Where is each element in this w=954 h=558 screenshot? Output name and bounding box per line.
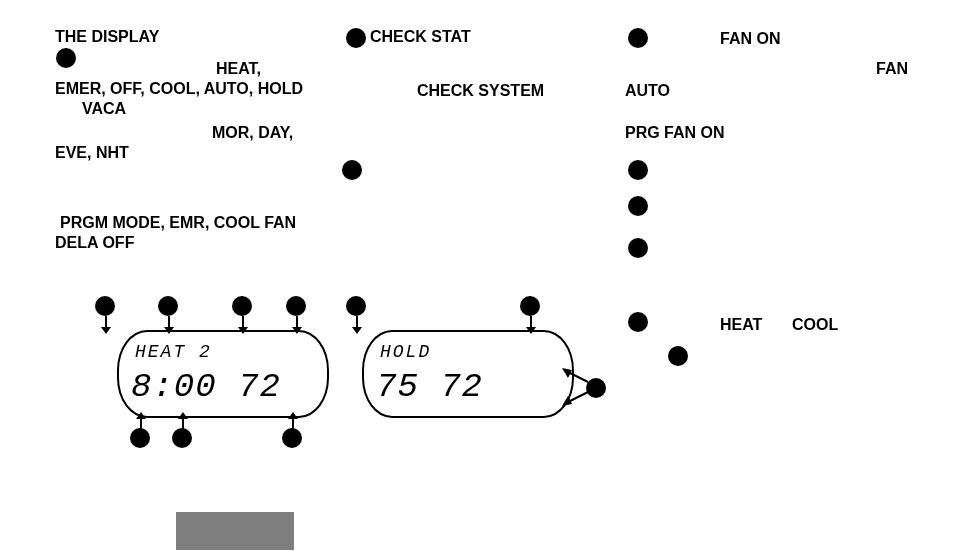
callout-dot (346, 296, 366, 316)
check-stat-label: CHECK STAT (370, 28, 471, 46)
callout-dot (286, 296, 306, 316)
callout-dot (172, 428, 192, 448)
bullet-icon (628, 28, 648, 48)
lcd-display-1: HEAT 2 8:00 72 (117, 330, 329, 418)
arrow-down-icon (292, 316, 302, 334)
arrow-up-icon (288, 412, 298, 430)
svg-marker-21 (562, 396, 572, 406)
fan-label: FAN (876, 60, 908, 78)
legend-swatch (176, 512, 294, 550)
bullet-icon (346, 28, 366, 48)
svg-marker-7 (292, 327, 302, 334)
mode-dela-off: DELA OFF (55, 234, 134, 252)
arrow-down-icon (164, 316, 174, 334)
arrow-diag-icon (562, 368, 590, 386)
cool-label: COOL (792, 316, 838, 334)
mode-vaca: VACA (82, 100, 126, 118)
arrow-up-icon (136, 412, 146, 430)
arrow-down-icon (238, 316, 248, 334)
lcd-display-2: HOLD 75 72 (362, 330, 574, 418)
svg-marker-1 (101, 327, 111, 334)
svg-marker-5 (238, 327, 248, 334)
bullet-icon (628, 160, 648, 180)
svg-marker-3 (164, 327, 174, 334)
mode-heat: HEAT, (216, 60, 261, 78)
callout-dot (95, 296, 115, 316)
lcd2-row1: HOLD (380, 342, 431, 362)
callout-dot (520, 296, 540, 316)
display-title: THE DISPLAY (55, 28, 159, 46)
auto-label: AUTO (625, 82, 670, 100)
fan-on-label: FAN ON (720, 30, 780, 48)
bullet-icon (628, 196, 648, 216)
bullet-icon (56, 48, 76, 68)
callout-dot (158, 296, 178, 316)
callout-dot (282, 428, 302, 448)
mode-daypart-1: MOR, DAY, (212, 124, 293, 142)
arrow-down-icon (352, 316, 362, 334)
arrow-down-icon (526, 316, 536, 334)
arrow-diag-icon (562, 388, 590, 406)
svg-line-18 (568, 372, 588, 382)
svg-marker-17 (526, 327, 536, 334)
lcd1-row2: 8:00 72 (131, 368, 281, 406)
bullet-icon (342, 160, 362, 180)
lcd1-row1: HEAT 2 (135, 342, 212, 362)
mode-prgm: PRGM MODE, EMR, COOL FAN (60, 214, 296, 232)
arrow-up-icon (178, 412, 188, 430)
bullet-icon (628, 312, 648, 332)
check-system-label: CHECK SYSTEM (417, 82, 544, 100)
callout-dot (130, 428, 150, 448)
svg-marker-19 (562, 368, 572, 378)
svg-marker-15 (352, 327, 362, 334)
bullet-icon (668, 346, 688, 366)
arrow-down-icon (101, 316, 111, 334)
mode-daypart-2: EVE, NHT (55, 144, 129, 162)
prg-fan-on-label: PRG FAN ON (625, 124, 725, 142)
svg-line-20 (568, 392, 588, 402)
mode-list-1: EMER, OFF, COOL, AUTO, HOLD (55, 80, 303, 98)
bullet-icon (628, 238, 648, 258)
callout-dot (232, 296, 252, 316)
lcd2-row2: 75 72 (376, 368, 483, 406)
heat-label: HEAT (720, 316, 762, 334)
